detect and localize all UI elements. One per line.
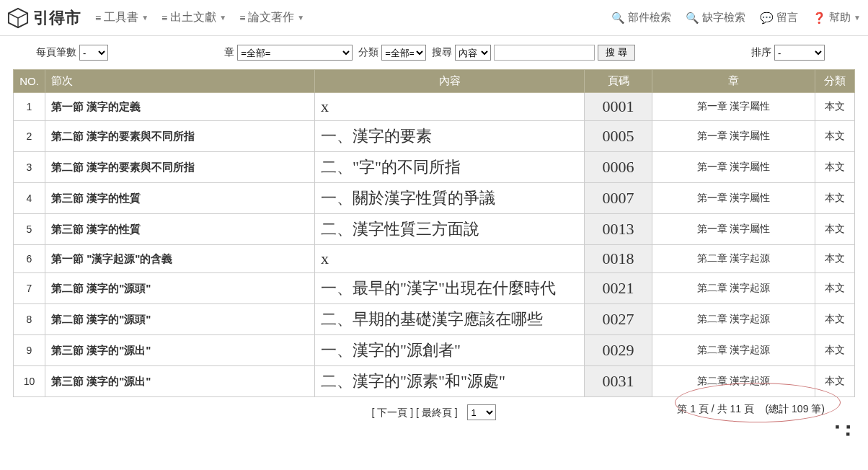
chapter-select[interactable]: =全部= <box>237 45 353 61</box>
th-chapter: 章 <box>652 70 815 93</box>
menu-icon: ≡ <box>239 12 245 24</box>
cell-chapter: 第二章 漢字起源 <box>652 335 815 366</box>
logo-text: 引得市 <box>33 7 81 29</box>
search-field-select[interactable]: 內容 <box>455 45 491 61</box>
cell-section: 第二節 漢字的"源頭" <box>45 304 315 335</box>
cell-section: 第三節 漢字的"源出" <box>45 366 315 397</box>
cell-content: 二、早期的基礎漢字應該在哪些 <box>315 304 585 335</box>
nav-message[interactable]: 💬留言 <box>760 11 798 25</box>
cell-category: 本文 <box>815 335 855 366</box>
cell-category: 本文 <box>815 245 855 273</box>
caret-down-icon: ▼ <box>141 14 149 22</box>
cell-content: 一、關於漢字性質的爭議 <box>315 183 585 214</box>
page-select[interactable]: 1 <box>467 404 496 420</box>
cell-chapter: 第一章 漢字屬性 <box>652 152 815 183</box>
table-row: 6第一節 "漢字起源"的含義x0018第二章 漢字起源本文 <box>14 245 855 273</box>
corner-decoration: ▪ ▪ ▪ <box>835 423 852 438</box>
next-page-link[interactable]: [ 下一頁 ] <box>372 407 414 418</box>
cell-page[interactable]: 0007 <box>585 183 652 214</box>
category-group: 分類 =全部= <box>358 45 426 61</box>
table-row: 7第二節 漢字的"源頭"一、最早的"漢字"出現在什麼時代0021第二章 漢字起源… <box>14 273 855 304</box>
nav-papers[interactable]: ≡論文著作▼ <box>239 10 304 25</box>
cell-content: 二、漢字性質三方面說 <box>315 214 585 245</box>
cell-page[interactable]: 0013 <box>585 214 652 245</box>
table-row: 10第三節 漢字的"源出"二、漢字的"源素"和"源處"0031第二章 漢字起源本… <box>14 366 855 397</box>
cell-page[interactable]: 0031 <box>585 366 652 397</box>
cell-no: 9 <box>14 335 45 366</box>
menu-icon: ≡ <box>95 12 101 24</box>
nav-unearthed[interactable]: ≡出土文獻▼ <box>161 10 226 25</box>
cell-category: 本文 <box>815 93 855 121</box>
table-row: 9第三節 漢字的"源出"一、漢字的"源創者"0029第二章 漢字起源本文 <box>14 335 855 366</box>
cell-category: 本文 <box>815 152 855 183</box>
cell-no: 1 <box>14 93 45 121</box>
search-label: 搜尋 <box>432 46 452 59</box>
caret-down-icon: ▼ <box>219 14 226 22</box>
cell-page[interactable]: 0018 <box>585 245 652 273</box>
cell-no: 5 <box>14 214 45 245</box>
search-button[interactable]: 搜 尋 <box>598 45 635 61</box>
cell-no: 7 <box>14 273 45 304</box>
category-select[interactable]: =全部= <box>381 45 426 61</box>
nav-tools-label: 工具書 <box>104 10 138 25</box>
logo-icon <box>7 7 29 29</box>
cell-content: 一、漢字的"源創者" <box>315 335 585 366</box>
cell-page[interactable]: 0029 <box>585 335 652 366</box>
nav-papers-label: 論文著作 <box>248 10 294 25</box>
cell-chapter: 第一章 漢字屬性 <box>652 183 815 214</box>
help-icon: ❓ <box>812 12 826 25</box>
cell-chapter: 第一章 漢字屬性 <box>652 93 815 121</box>
th-content: 內容 <box>315 70 585 93</box>
cell-content: 二、"字"的不同所指 <box>315 152 585 183</box>
cell-chapter: 第二章 漢字起源 <box>652 273 815 304</box>
cell-no: 3 <box>14 152 45 183</box>
nav-missing-search[interactable]: 🔍缺字檢索 <box>686 11 745 25</box>
nav-left: ≡工具書▼ ≡出土文獻▼ ≡論文著作▼ <box>95 10 304 25</box>
cell-chapter: 第一章 漢字屬性 <box>652 121 815 152</box>
svg-line-2 <box>18 13 27 18</box>
per-page-select[interactable]: - <box>79 45 108 61</box>
cell-page[interactable]: 0027 <box>585 304 652 335</box>
cell-chapter: 第二章 漢字起源 <box>652 366 815 397</box>
sort-label: 排序 <box>751 46 771 59</box>
nav-tools[interactable]: ≡工具書▼ <box>95 10 149 25</box>
nav-help[interactable]: ❓幫助▼ <box>812 11 861 25</box>
cell-category: 本文 <box>815 273 855 304</box>
menu-icon: ≡ <box>161 12 167 24</box>
cell-page[interactable]: 0001 <box>585 93 652 121</box>
cell-category: 本文 <box>815 304 855 335</box>
nav-part-search[interactable]: 🔍部件檢索 <box>611 11 671 25</box>
table-row: 1第一節 漢字的定義x0001第一章 漢字屬性本文 <box>14 93 855 121</box>
search-icon: 🔍 <box>686 12 699 25</box>
nav-right: 🔍部件檢索 🔍缺字檢索 💬留言 ❓幫助▼ <box>611 11 861 25</box>
page-summary-total: (總計 109 筆) <box>766 403 825 414</box>
filter-bar: 每頁筆數 - 章 =全部= 分類 =全部= 搜尋 內容 搜 尋 排序 - <box>0 36 868 69</box>
cell-no: 6 <box>14 245 45 273</box>
cell-content: 二、漢字的"源素"和"源處" <box>315 366 585 397</box>
th-section: 節次 <box>45 70 315 93</box>
last-page-link[interactable]: [ 最終頁 ] <box>416 407 458 418</box>
cell-page[interactable]: 0021 <box>585 273 652 304</box>
cell-content: x <box>315 93 585 121</box>
chapter-label: 章 <box>224 46 234 59</box>
category-label: 分類 <box>358 46 378 59</box>
table-row: 2第二節 漢字的要素與不同所指一、漢字的要素0005第一章 漢字屬性本文 <box>14 121 855 152</box>
cell-page[interactable]: 0005 <box>585 121 652 152</box>
cell-section: 第三節 漢字的性質 <box>45 214 315 245</box>
sort-group: 排序 - <box>751 45 825 61</box>
cell-no: 2 <box>14 121 45 152</box>
th-page: 頁碼 <box>585 70 652 93</box>
cell-page[interactable]: 0006 <box>585 152 652 183</box>
cell-content: 一、最早的"漢字"出現在什麼時代 <box>315 273 585 304</box>
search-input[interactable] <box>494 45 595 61</box>
page-summary: 第 1 頁 / 共 11 頁 (總計 109 筆) <box>677 403 825 416</box>
svg-line-1 <box>9 13 18 18</box>
cell-chapter: 第二章 漢字起源 <box>652 304 815 335</box>
cell-no: 4 <box>14 183 45 214</box>
logo[interactable]: 引得市 <box>7 7 81 29</box>
sort-select[interactable]: - <box>774 45 825 61</box>
th-category: 分類 <box>815 70 855 93</box>
search-icon: 🔍 <box>611 12 625 25</box>
caret-down-icon: ▼ <box>297 14 304 22</box>
nav-part-search-label: 部件檢索 <box>628 11 671 25</box>
